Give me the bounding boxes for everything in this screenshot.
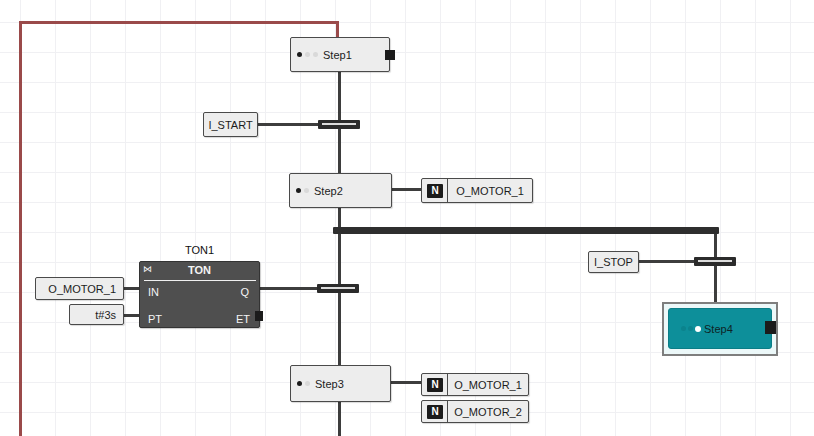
action-qualifier-cell: N <box>422 401 448 422</box>
active-step-dot <box>695 326 701 332</box>
branch-divergence-bar[interactable] <box>333 227 719 234</box>
function-block-ton[interactable]: ⋈ TON IN Q PT ET <box>139 261 260 328</box>
fb-type-name: TON <box>140 264 259 276</box>
flow-line-step2-branch <box>338 207 341 228</box>
sfc-editor-canvas[interactable]: Step1 I_START Step2 N O_MOTOR_1 TON1 ⋈ T… <box>0 0 814 436</box>
flow-line-branch-step4 <box>714 234 717 302</box>
transition-name-istart[interactable]: I_START <box>203 112 258 137</box>
transition-name-istop[interactable]: I_STOP <box>588 251 639 273</box>
action-qualifier-cell: N <box>422 374 448 395</box>
step-indicator-dot <box>297 381 302 386</box>
fb-pin-et[interactable]: ET <box>236 313 250 325</box>
transition-bar-istart[interactable] <box>318 120 360 129</box>
flow-line-branch-step3 <box>338 234 341 365</box>
transition-bar-istop[interactable] <box>694 257 736 266</box>
action-box-step2-omotor1[interactable]: N O_MOTOR_1 <box>421 178 533 203</box>
step-box-step4[interactable]: Step4 <box>668 308 772 349</box>
qualifier-badge: N <box>427 184 443 198</box>
link-step2-action <box>391 188 421 191</box>
step-box-step3[interactable]: Step3 <box>290 365 391 402</box>
action-qualifier-cell: N <box>422 179 448 202</box>
fb-et-connector-handle[interactable] <box>255 311 263 321</box>
fb-header-rule <box>144 280 256 281</box>
fb-pin-in[interactable]: IN <box>148 286 159 298</box>
transition-stripe <box>321 287 355 289</box>
action-name: O_MOTOR_1 <box>448 179 532 202</box>
step-label: Step4 <box>704 323 733 335</box>
transition-stripe <box>698 260 732 262</box>
action-box-step3-omotor1[interactable]: N O_MOTOR_1 <box>421 373 529 396</box>
operand-box-t3s[interactable]: t#3s <box>69 304 124 325</box>
action-box-step3-omotor2[interactable]: N O_MOTOR_2 <box>421 400 529 423</box>
link-operand-in <box>123 287 139 290</box>
step-indicator-dot <box>305 381 310 386</box>
fb-instance-name[interactable]: TON1 <box>139 244 260 256</box>
operand-value: t#3s <box>95 309 116 321</box>
step4-connector-handle[interactable] <box>765 321 776 334</box>
operand-box-omotor1[interactable]: O_MOTOR_1 <box>35 277 124 300</box>
link-istart-transition <box>257 123 318 126</box>
step-label: Step2 <box>314 185 343 197</box>
fb-pin-q[interactable]: Q <box>240 286 249 298</box>
step-label: Step1 <box>323 49 352 61</box>
step-indicator-dot <box>305 52 310 57</box>
transition-label: I_STOP <box>594 256 633 268</box>
transition-label: I_START <box>208 119 252 131</box>
qualifier-badge: N <box>427 405 443 419</box>
step-indicator-dot <box>688 326 693 331</box>
step-indicator-dot <box>296 188 301 193</box>
link-step3-action <box>390 381 421 384</box>
link-istop-transition <box>637 260 695 263</box>
action-name: O_MOTOR_1 <box>448 374 528 395</box>
step-box-step2[interactable]: Step2 <box>289 173 392 208</box>
link-ton-q-transition <box>259 287 318 290</box>
transition-bar-ton-q[interactable] <box>317 284 359 293</box>
operand-value: O_MOTOR_1 <box>48 283 116 295</box>
step-indicator-dot <box>313 52 318 57</box>
transition-stripe <box>322 123 356 125</box>
flow-line-step3-down <box>338 402 341 436</box>
feedback-loop-line-left <box>19 21 22 436</box>
step-label: Step3 <box>315 378 344 390</box>
step-indicator-dot <box>304 188 309 193</box>
feedback-loop-line-drop <box>336 21 339 38</box>
fb-pin-pt[interactable]: PT <box>148 313 162 325</box>
link-operand-pt <box>123 314 139 317</box>
step-indicator-dot <box>297 52 302 57</box>
step-indicator-dot <box>681 326 686 331</box>
feedback-loop-line-top <box>19 21 339 24</box>
action-name: O_MOTOR_2 <box>448 401 528 422</box>
step-box-step1[interactable]: Step1 <box>290 37 390 72</box>
step1-connector-handle[interactable] <box>385 50 395 60</box>
qualifier-badge: N <box>427 378 443 392</box>
